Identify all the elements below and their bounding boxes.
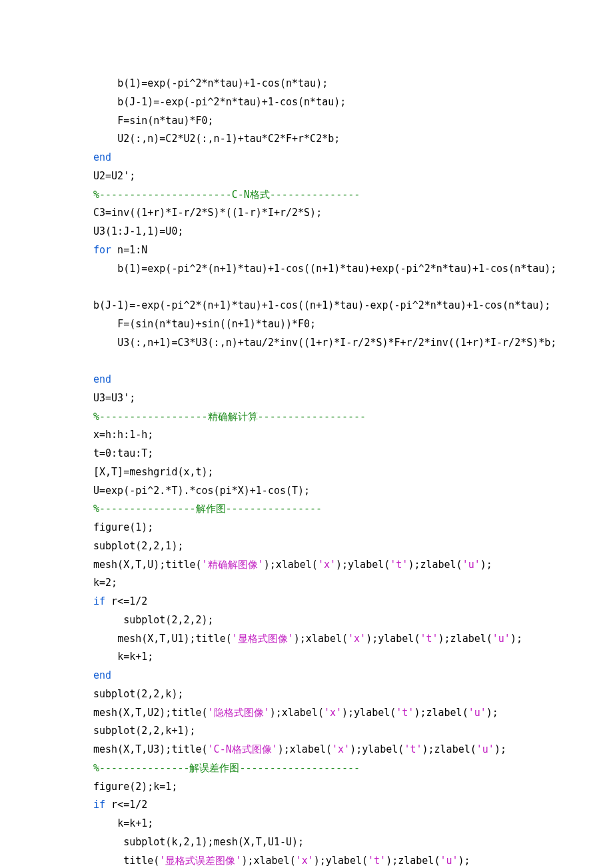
string-token: 'u' [468, 707, 486, 719]
string-token: 'x' [348, 633, 366, 645]
keyword-token: end [93, 373, 111, 385]
string-token: 'u' [492, 633, 510, 645]
code-line: if r<=1/2 [93, 796, 520, 815]
code-line: %----------------解作图---------------- [93, 500, 520, 519]
code-line: t=0:tau:T; [93, 445, 520, 463]
code-line: k=k+1; [93, 648, 520, 667]
code-line: b(J-1)=-exp(-pi^2*n*tau)+1-cos(n*tau); [93, 93, 520, 112]
code-line: F=(sin(n*tau)+sin((n+1)*tau))*F0; [93, 315, 520, 334]
string-token: '显格式图像' [232, 633, 294, 645]
code-line: end [93, 149, 520, 167]
comment-token: %------------------精确解计算----------------… [93, 411, 366, 423]
code-line: for n=1:N [93, 241, 520, 260]
code-line: %----------------------C-N格式------------… [93, 186, 520, 205]
string-token: '精确解图像' [202, 559, 264, 571]
code-line: mesh(X,T,U1);title('显格式图像');xlabel('x');… [93, 630, 520, 649]
code-line: b(1)=exp(-pi^2*(n+1)*tau)+1-cos((n+1)*ta… [93, 260, 520, 279]
code-line: [X,T]=meshgrid(x,t); [93, 463, 520, 482]
string-token: 'x' [296, 855, 314, 867]
string-token: 't' [368, 855, 386, 867]
string-token: '隐格式图像' [208, 707, 270, 719]
code-line: if r<=1/2 [93, 593, 520, 611]
code-line: title('显格式误差图像');xlabel('x');ylabel('t')… [93, 852, 520, 869]
keyword-token: if [93, 799, 105, 811]
code-line: U3=U3'; [93, 389, 520, 408]
string-token: 'u' [462, 559, 480, 571]
code-line: subplot(2,2,2); [93, 611, 520, 630]
code-line: figure(2);k=1; [93, 778, 520, 797]
string-token: '显格式误差图像' [159, 855, 241, 867]
code-line: subplot(k,2,1);mesh(X,T,U1-U); [93, 833, 520, 852]
code-line: subplot(2,2,k); [93, 685, 520, 704]
comment-token: %----------------------C-N格式------------… [93, 189, 360, 201]
code-line [93, 352, 520, 371]
code-line: mesh(X,T,U3);title('C-N格式图像');xlabel('x'… [93, 741, 520, 759]
string-token: 'x' [318, 559, 336, 571]
comment-token: %----------------解作图---------------- [93, 503, 322, 515]
code-line: U=exp(-pi^2.*T).*cos(pi*X)+1-cos(T); [93, 482, 520, 501]
code-line [93, 278, 520, 297]
string-token: 't' [420, 633, 438, 645]
code-line: %---------------解误差作图-------------------… [93, 759, 520, 778]
code-line: figure(1); [93, 519, 520, 537]
code-line: subplot(2,2,1); [93, 537, 520, 556]
keyword-token: if [93, 595, 105, 607]
code-document: b(1)=exp(-pi^2*n*tau)+1-cos(n*tau); b(J-… [0, 0, 613, 868]
keyword-token: end [93, 669, 111, 681]
code-line: C3=inv((1+r)*I-r/2*S)*((1-r)*I+r/2*S); [93, 204, 520, 223]
string-token: 'C-N格式图像' [208, 743, 278, 755]
code-line: subplot(2,2,k+1); [93, 722, 520, 741]
code-line: mesh(X,T,U);title('精确解图像');xlabel('x');y… [93, 556, 520, 575]
code-line: %------------------精确解计算----------------… [93, 408, 520, 427]
code-line: end [93, 667, 520, 685]
string-token: 'u' [440, 855, 458, 867]
string-token: 't' [390, 559, 408, 571]
comment-token: %---------------解误差作图-------------------… [93, 762, 360, 774]
code-line: mesh(X,T,U2);title('隐格式图像');xlabel('x');… [93, 704, 520, 723]
string-token: 't' [396, 707, 414, 719]
code-line: k=2; [93, 574, 520, 593]
code-line: k=k+1; [93, 815, 520, 833]
string-token: 'x' [332, 743, 350, 755]
code-line: U2=U2'; [93, 167, 520, 186]
code-line: U3(:,n+1)=C3*U3(:,n)+tau/2*inv((1+r)*I-r… [93, 334, 520, 353]
code-block: b(1)=exp(-pi^2*n*tau)+1-cos(n*tau); b(J-… [93, 75, 520, 868]
code-line: U2(:,n)=C2*U2(:,n-1)+tau*C2*F+r*C2*b; [93, 130, 520, 149]
keyword-token: end [93, 151, 111, 163]
string-token: 'x' [324, 707, 342, 719]
code-line: U3(1:J-1,1)=U0; [93, 223, 520, 241]
code-line: F=sin(n*tau)*F0; [93, 112, 520, 131]
string-token: 'u' [476, 743, 494, 755]
keyword-token: for [93, 244, 111, 256]
code-line: x=h:h:1-h; [93, 426, 520, 445]
string-token: 't' [404, 743, 422, 755]
code-line: end [93, 371, 520, 389]
code-line: b(J-1)=-exp(-pi^2*(n+1)*tau)+1-cos((n+1)… [93, 297, 520, 315]
code-line: b(1)=exp(-pi^2*n*tau)+1-cos(n*tau); [93, 75, 520, 93]
